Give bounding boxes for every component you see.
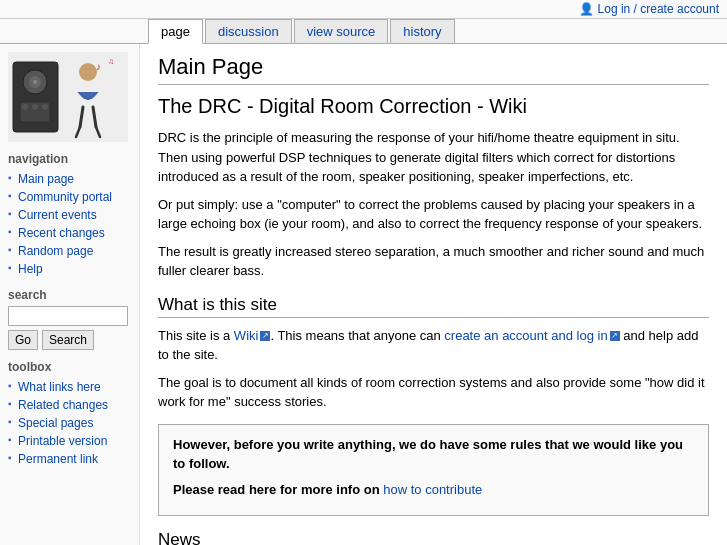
tab-view-source[interactable]: view source [294,19,389,43]
svg-point-6 [32,104,38,110]
toolbox-item-link[interactable]: Permanent link [18,452,98,466]
search-section: search Go Search [8,288,131,350]
main-content: Main Page The DRC - Digital Room Correct… [140,44,727,545]
search-section-title: search [8,288,131,302]
layout: ♪ ♫ navigation Main pageCommunity portal… [0,44,727,545]
toolbox-item-link[interactable]: Related changes [18,398,108,412]
navigation-list: Main pageCommunity portalCurrent eventsR… [8,170,131,278]
toolbox-item-link[interactable]: Special pages [18,416,93,430]
login-link[interactable]: Log in / create account [598,2,719,16]
ext-icon-wiki: ↗ [260,331,270,341]
what-section-title: What is this site [158,295,709,318]
nav-item-link[interactable]: Main page [18,172,74,186]
nav-item: Community portal [8,188,131,206]
news-section-title: News [158,530,709,545]
toolbox-item-link[interactable]: What links here [18,380,101,394]
nav-item: Current events [8,206,131,224]
intro-paragraph: The result is greatly increased stereo s… [158,242,709,281]
nav-item: Recent changes [8,224,131,242]
toolbox-item: Related changes [8,396,131,414]
toolbox-item: Special pages [8,414,131,432]
notice-box: However, before you write anything, we d… [158,424,709,517]
toolbox-item: Printable version [8,432,131,450]
nav-item-link[interactable]: Community portal [18,190,112,204]
tab-page[interactable]: page [148,19,203,44]
nav-item: Random page [8,242,131,260]
nav-item-link[interactable]: Recent changes [18,226,105,240]
notice-line1: However, before you write anything, we d… [173,435,694,474]
svg-text:♫: ♫ [108,57,114,66]
nav-item: Help [8,260,131,278]
svg-point-8 [79,63,97,81]
navigation-nav: Main pageCommunity portalCurrent eventsR… [8,170,131,278]
intro-paragraph: DRC is the principle of measuring the re… [158,128,709,187]
tab-discussion[interactable]: discussion [205,19,292,43]
intro-paragraph: Or put simply: use a "computer" to corre… [158,195,709,234]
svg-point-5 [22,104,28,110]
intro-paragraphs: DRC is the principle of measuring the re… [158,128,709,281]
contribute-link[interactable]: how to contribute [383,482,482,497]
svg-point-7 [42,104,48,110]
article-title: The DRC - Digital Room Correction - Wiki [158,95,709,118]
what-text1: This site is a [158,328,234,343]
top-bar: 👤 Log in / create account [0,0,727,19]
go-button[interactable]: Go [8,330,38,350]
tab-nav: page discussion view source history [0,19,727,44]
toolbox-item-link[interactable]: Printable version [18,434,107,448]
what-section-p1: This site is a Wiki↗. This means that an… [158,326,709,365]
notice-prefix: Please read here for more info on [173,482,383,497]
account-link[interactable]: create an account and log in [444,328,607,343]
toolbox-item: What links here [8,378,131,396]
toolbox-item: Permanent link [8,450,131,468]
toolbox-section-title: toolbox [8,360,131,374]
nav-item: Main page [8,170,131,188]
notice-line2: Please read here for more info on how to… [173,480,694,500]
search-buttons: Go Search [8,330,131,350]
search-button[interactable]: Search [42,330,94,350]
nav-item-link[interactable]: Help [18,262,43,276]
svg-point-3 [33,80,37,84]
toolbox-nav: What links hereRelated changesSpecial pa… [8,378,131,468]
svg-text:♪: ♪ [96,61,101,72]
wiki-link[interactable]: Wiki [234,328,259,343]
sidebar-illustration: ♪ ♫ [8,52,128,142]
page-title: Main Page [158,54,709,85]
navigation-section-title: navigation [8,152,131,166]
nav-item-link[interactable]: Random page [18,244,93,258]
tab-history[interactable]: history [390,19,454,43]
ext-icon-account: ↗ [610,331,620,341]
user-icon: 👤 [579,2,594,16]
what-section-p2: The goal is to document all kinds of roo… [158,373,709,412]
what-text2: . This means that anyone can [270,328,444,343]
search-input[interactable] [8,306,128,326]
toolbox-section: toolbox What links hereRelated changesSp… [8,360,131,468]
toolbox-list: What links hereRelated changesSpecial pa… [8,378,131,468]
nav-item-link[interactable]: Current events [18,208,97,222]
sidebar: ♪ ♫ navigation Main pageCommunity portal… [0,44,140,545]
